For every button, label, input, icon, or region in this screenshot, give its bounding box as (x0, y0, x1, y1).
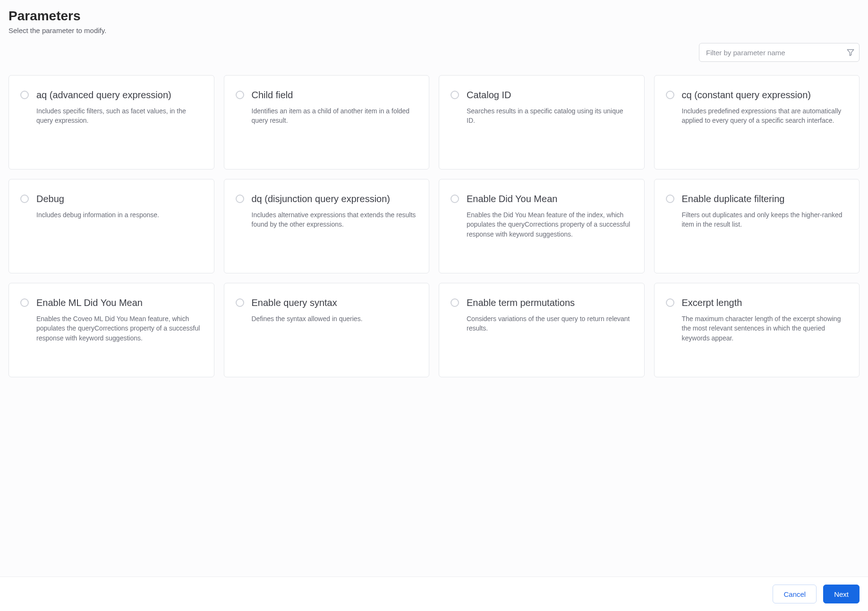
card-body: Enable term permutations Considers varia… (467, 297, 633, 365)
parameter-card-excerpt-length[interactable]: Excerpt length The maximum character len… (654, 283, 860, 377)
card-body: Catalog ID Searches results in a specifi… (467, 89, 633, 157)
card-description: Considers variations of the user query t… (467, 314, 633, 333)
cancel-button[interactable]: Cancel (773, 585, 817, 603)
page-title: Parameters (9, 8, 859, 24)
card-body: Enable duplicate filtering Filters out d… (682, 193, 848, 261)
card-body: Excerpt length The maximum character len… (682, 297, 848, 365)
filter-input-wrap (699, 43, 859, 62)
radio-unselected[interactable] (666, 298, 674, 307)
card-description: Identifies an item as a child of another… (252, 106, 418, 126)
card-title: Enable duplicate filtering (682, 193, 848, 205)
radio-unselected[interactable] (451, 91, 459, 99)
card-title: aq (advanced query expression) (36, 89, 203, 102)
parameter-grid: aq (advanced query expression) Includes … (9, 75, 859, 377)
parameter-card-dq[interactable]: dq (disjunction query expression) Includ… (224, 179, 430, 273)
parameter-card-enable-query-syntax[interactable]: Enable query syntax Defines the syntax a… (224, 283, 430, 377)
card-title: Enable Did You Mean (467, 193, 633, 205)
radio-unselected[interactable] (451, 195, 459, 203)
card-body: Child field Identifies an item as a chil… (252, 89, 418, 157)
filter-input[interactable] (699, 43, 859, 62)
card-description: Enables the Did You Mean feature of the … (467, 210, 633, 239)
card-description: Includes alternative expressions that ex… (252, 210, 418, 229)
card-body: Enable Did You Mean Enables the Did You … (467, 193, 633, 261)
footer-bar: Cancel Next (0, 577, 868, 611)
filter-row (9, 43, 859, 62)
card-title: cq (constant query expression) (682, 89, 848, 102)
radio-unselected[interactable] (20, 91, 29, 99)
card-body: Debug Includes debug information in a re… (36, 193, 203, 261)
card-description: The maximum character length of the exce… (682, 314, 848, 343)
card-title: Enable ML Did You Mean (36, 297, 203, 309)
card-description: Enables the Coveo ML Did You Mean featur… (36, 314, 203, 343)
card-body: Enable ML Did You Mean Enables the Coveo… (36, 297, 203, 365)
radio-unselected[interactable] (666, 195, 674, 203)
card-description: Defines the syntax allowed in queries. (252, 314, 418, 323)
card-description: Includes specific filters, such as facet… (36, 106, 203, 126)
card-body: aq (advanced query expression) Includes … (36, 89, 203, 157)
card-description: Includes predefined expressions that are… (682, 106, 848, 126)
parameter-card-child-field[interactable]: Child field Identifies an item as a chil… (224, 75, 430, 170)
radio-unselected[interactable] (20, 298, 29, 307)
radio-unselected[interactable] (236, 298, 244, 307)
parameter-card-catalog-id[interactable]: Catalog ID Searches results in a specifi… (439, 75, 645, 170)
parameter-card-enable-did-you-mean[interactable]: Enable Did You Mean Enables the Did You … (439, 179, 645, 273)
radio-unselected[interactable] (236, 91, 244, 99)
radio-unselected[interactable] (666, 91, 674, 99)
card-title: Child field (252, 89, 418, 102)
card-title: Enable term permutations (467, 297, 633, 309)
parameter-card-enable-duplicate-filtering[interactable]: Enable duplicate filtering Filters out d… (654, 179, 860, 273)
parameter-card-enable-term-permutations[interactable]: Enable term permutations Considers varia… (439, 283, 645, 377)
card-description: Filters out duplicates and only keeps th… (682, 210, 848, 229)
card-description: Includes debug information in a response… (36, 210, 203, 220)
card-body: cq (constant query expression) Includes … (682, 89, 848, 157)
card-title: Enable query syntax (252, 297, 418, 309)
parameter-card-aq[interactable]: aq (advanced query expression) Includes … (9, 75, 214, 170)
radio-unselected[interactable] (236, 195, 244, 203)
card-description: Searches results in a specific catalog u… (467, 106, 633, 126)
parameter-card-enable-ml-did-you-mean[interactable]: Enable ML Did You Mean Enables the Coveo… (9, 283, 214, 377)
content-area: Parameters Select the parameter to modif… (0, 0, 868, 577)
card-title: Debug (36, 193, 203, 205)
next-button[interactable]: Next (823, 585, 859, 603)
card-title: Catalog ID (467, 89, 633, 102)
radio-unselected[interactable] (20, 195, 29, 203)
parameter-card-cq[interactable]: cq (constant query expression) Includes … (654, 75, 860, 170)
radio-unselected[interactable] (451, 298, 459, 307)
card-title: dq (disjunction query expression) (252, 193, 418, 205)
parameter-card-debug[interactable]: Debug Includes debug information in a re… (9, 179, 214, 273)
card-title: Excerpt length (682, 297, 848, 309)
card-body: Enable query syntax Defines the syntax a… (252, 297, 418, 365)
card-body: dq (disjunction query expression) Includ… (252, 193, 418, 261)
page-subtitle: Select the parameter to modify. (9, 26, 859, 34)
